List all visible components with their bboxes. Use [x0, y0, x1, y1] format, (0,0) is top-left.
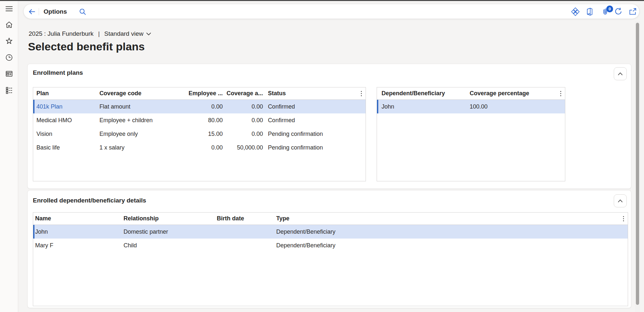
cell-status: Confirmed [265, 100, 348, 113]
cell-coverage-code: 1 x salary [97, 141, 184, 154]
office-icon [585, 7, 594, 16]
cell-plan: Medical HMO [33, 113, 97, 127]
collapse-enrollment-section-button[interactable] [614, 67, 627, 80]
cell-coverage-amount: 0.00 [225, 100, 265, 113]
cell-employee: 80.00 [184, 113, 225, 127]
plan-link[interactable]: 401k Plan [36, 103, 62, 110]
cell-dependent-name: John [377, 100, 468, 113]
cell-coverage-amount: 0.00 [225, 113, 265, 127]
cell-status: Pending confirmation [265, 127, 348, 141]
refresh-icon [614, 7, 623, 16]
plans-grid-header: Plan Coverage code Employee ... Coverage… [33, 87, 366, 100]
table-row[interactable]: 401k Plan Flat amount 0.00 0.00 Confirme… [33, 100, 366, 113]
open-in-new-window-button[interactable] [627, 6, 638, 17]
modules-checklist-icon [5, 86, 13, 95]
search-button[interactable] [77, 6, 88, 17]
attachments-button[interactable]: 0 [600, 6, 610, 17]
back-button[interactable] [27, 6, 37, 17]
cell-relationship: Domestic partner [122, 225, 215, 239]
dynamics-apps-button[interactable] [570, 6, 581, 17]
command-bar-divider [39, 8, 39, 15]
column-header-type[interactable]: Type [274, 213, 611, 225]
column-header-employee[interactable]: Employee ... [184, 87, 225, 99]
dynamics-icon [571, 7, 580, 16]
cell-type: Dependent/Beneficiary [274, 239, 611, 252]
plans-grid-more-options-button[interactable] [360, 90, 362, 97]
recent-button[interactable] [4, 52, 14, 63]
favorites-button[interactable] [4, 36, 14, 46]
table-row[interactable]: Medical HMO Employee + children 80.00 0.… [33, 113, 366, 127]
dependent-details-grid: Name Relationship Birth date Type John D… [33, 212, 628, 306]
more-options-icon [360, 90, 362, 97]
column-header-coverage-percentage[interactable]: Coverage percentage [468, 87, 551, 99]
options-tab[interactable]: Options [44, 4, 67, 19]
column-header-status[interactable]: Status [265, 87, 348, 99]
more-options-icon [623, 215, 624, 222]
refresh-button[interactable] [613, 6, 624, 17]
table-row[interactable]: John Domestic partner Dependent/Benefici… [33, 225, 628, 239]
cell-birth-date [215, 239, 274, 252]
column-header-dependent-beneficiary[interactable]: Dependent/Beneficiary [377, 87, 468, 99]
cell-name: Mary F [33, 239, 122, 252]
cell-birth-date [215, 225, 274, 239]
table-row[interactable]: Mary F Child Dependent/Beneficiary [33, 239, 628, 252]
column-header-coverage-code[interactable]: Coverage code [97, 87, 184, 99]
enrollment-plans-section: Enrollment plans Plan Coverage code Empl… [27, 64, 631, 189]
chevron-down-icon [146, 32, 151, 36]
cell-coverage-code: Employee + children [97, 113, 184, 127]
sidebar [0, 1, 18, 312]
breadcrumb-divider: | [98, 30, 100, 37]
cell-coverage-amount: 50,000.00 [225, 141, 265, 154]
cell-name: John [33, 225, 122, 239]
cell-status: Pending confirmation [265, 141, 348, 154]
cell-plan: Vision [33, 127, 97, 141]
column-header-plan[interactable]: Plan [33, 87, 97, 99]
chevron-up-icon [617, 199, 623, 203]
view-switcher-label: Standard view [104, 30, 143, 37]
vertical-scrollbar-thumb[interactable] [636, 23, 639, 305]
page-title: Selected benefit plans [28, 40, 145, 53]
details-grid-more-options-button[interactable] [623, 215, 624, 222]
cell-coverage-percentage: 100.00 [468, 100, 551, 113]
more-options-icon [560, 90, 562, 97]
open-in-new-window-icon [628, 7, 637, 16]
cell-status: Confirmed [265, 113, 348, 127]
column-header-name[interactable]: Name [33, 213, 122, 225]
cell-coverage-code: Flat amount [97, 100, 184, 113]
cell-plan: Basic life [33, 141, 97, 154]
plan-dependents-grid: Dependent/Beneficiary Coverage percentag… [377, 87, 565, 181]
menu-button[interactable] [4, 4, 14, 14]
command-bar: Options 0 [23, 4, 639, 19]
dependent-details-section: Enrolled dependent/beneficiary details N… [27, 190, 631, 308]
office-apps-button[interactable] [584, 6, 595, 17]
section-title-enrollment-plans: Enrollment plans [33, 69, 83, 76]
details-grid-header: Name Relationship Birth date Type [33, 213, 628, 225]
menu-icon [5, 5, 13, 13]
cell-employee: 15.00 [184, 127, 225, 141]
column-header-birth-date[interactable]: Birth date [215, 213, 274, 225]
workspaces-button[interactable] [4, 69, 14, 79]
column-header-relationship[interactable]: Relationship [122, 213, 215, 225]
attachments-count-badge: 0 [606, 6, 613, 12]
table-row[interactable]: Basic life 1 x salary 0.00 50,000.00 Pen… [33, 141, 366, 154]
search-icon [78, 7, 87, 16]
cell-employee: 0.00 [184, 141, 225, 154]
chevron-up-icon [617, 72, 623, 76]
home-button[interactable] [4, 20, 14, 30]
modules-button[interactable] [4, 85, 14, 96]
record-caption: 2025 : Julia Funderburk [29, 30, 94, 37]
favorites-star-icon [5, 37, 13, 45]
table-row[interactable]: Vision Employee only 15.00 0.00 Pending … [33, 127, 366, 141]
back-arrow-icon [28, 7, 36, 16]
breadcrumb: 2025 : Julia Funderburk | Standard view [29, 30, 151, 38]
view-switcher[interactable]: Standard view [104, 30, 151, 37]
column-header-coverage-amount[interactable]: Coverage a... [225, 87, 265, 99]
window-top-border [0, 0, 644, 1]
table-row[interactable]: John 100.00 [377, 100, 565, 113]
dependents-grid-header: Dependent/Beneficiary Coverage percentag… [377, 87, 565, 100]
recent-clock-icon [5, 53, 13, 62]
plans-grid: Plan Coverage code Employee ... Coverage… [33, 87, 366, 181]
dependents-grid-more-options-button[interactable] [560, 90, 562, 97]
collapse-details-section-button[interactable] [614, 194, 627, 207]
workspaces-form-icon [5, 70, 13, 78]
